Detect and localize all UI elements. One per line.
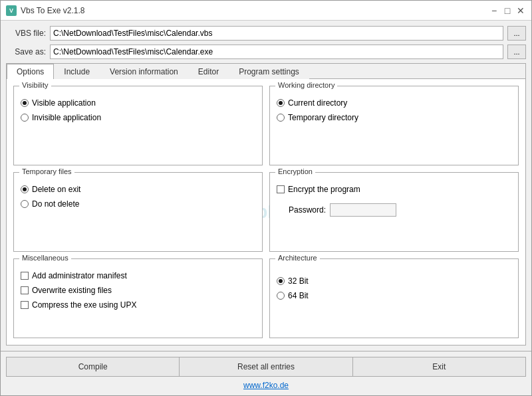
delete-on-exit-radio[interactable] xyxy=(21,185,29,193)
miscellaneous-panel: Miscellaneous Add administrator manifest… xyxy=(13,258,263,338)
minimize-button[interactable]: − xyxy=(489,5,499,16)
vbs-file-row: VBS file: ... xyxy=(6,26,526,41)
reset-button[interactable]: Reset all entries xyxy=(180,357,352,377)
password-input[interactable] xyxy=(330,203,396,217)
maximize-button[interactable]: □ xyxy=(502,5,513,16)
do-not-delete-label: Do not delete xyxy=(32,199,79,209)
architecture-panel: Architecture 32 Bit 64 Bit xyxy=(269,258,519,338)
working-dir-panel: Working directory Current directory Temp… xyxy=(269,86,519,165)
tab-options[interactable]: Options xyxy=(7,64,54,79)
temp-files-title: Temporary files xyxy=(19,167,74,175)
compress-upx-label: Compress the exe using UPX xyxy=(32,300,136,310)
compile-button[interactable]: Compile xyxy=(6,357,180,377)
invisible-app-option[interactable]: Invisible application xyxy=(21,113,255,122)
invisible-app-label: Invisible application xyxy=(32,113,101,122)
temp-dir-label: Temporary directory xyxy=(288,113,358,122)
encryption-title: Encryption xyxy=(275,167,315,175)
compress-upx-checkbox[interactable] xyxy=(21,301,29,309)
working-dir-title: Working directory xyxy=(275,81,337,89)
delete-on-exit-option[interactable]: Delete on exit xyxy=(21,185,255,194)
admin-manifest-checkbox[interactable] xyxy=(21,272,29,280)
save-label: Save as: xyxy=(6,47,46,56)
tab-include[interactable]: Include xyxy=(54,64,100,79)
temp-files-panel: Temporary files Delete on exit Do not de… xyxy=(13,172,263,252)
top-panels-row: Visibility Visible application Invisible… xyxy=(13,86,519,165)
app-icon: V xyxy=(6,5,17,16)
32bit-option[interactable]: 32 Bit xyxy=(277,276,511,286)
overwrite-files-label: Overwrite existing files xyxy=(32,286,112,295)
visible-app-label: Visible application xyxy=(32,98,96,108)
password-label: Password: xyxy=(289,205,326,215)
visibility-panel: Visibility Visible application Invisible… xyxy=(13,86,263,165)
compress-upx-option[interactable]: Compress the exe using UPX xyxy=(21,300,255,310)
window-title: Vbs To Exe v2.1.8 xyxy=(21,6,85,15)
64bit-radio[interactable] xyxy=(277,292,285,300)
64bit-option[interactable]: 64 Bit xyxy=(277,291,511,300)
vbs-label: VBS file: xyxy=(6,29,46,38)
visible-app-option[interactable]: Visible application xyxy=(21,98,255,108)
overwrite-files-checkbox[interactable] xyxy=(21,286,29,294)
visible-app-radio[interactable] xyxy=(21,99,29,107)
admin-manifest-label: Add administrator manifest xyxy=(32,271,127,280)
tab-program-settings[interactable]: Program settings xyxy=(229,64,309,79)
tabs-content: Visibility Visible application Invisible… xyxy=(7,79,525,345)
title-bar: V Vbs To Exe v2.1.8 − □ ✕ xyxy=(1,1,531,21)
architecture-options: 32 Bit 64 Bit xyxy=(277,276,511,300)
delete-on-exit-label: Delete on exit xyxy=(32,185,80,194)
32bit-label: 32 Bit xyxy=(288,276,309,286)
do-not-delete-option[interactable]: Do not delete xyxy=(21,199,255,209)
main-content: VBS file: ... Save as: ... Options Inclu… xyxy=(1,21,531,351)
vbs-file-input[interactable] xyxy=(50,26,503,41)
working-dir-options: Current directory Temporary directory xyxy=(277,98,511,122)
current-dir-label: Current directory xyxy=(288,98,347,108)
exit-button[interactable]: Exit xyxy=(353,357,526,377)
do-not-delete-radio[interactable] xyxy=(21,200,29,208)
save-browse-button[interactable]: ... xyxy=(507,45,526,59)
title-bar-left: V Vbs To Exe v2.1.8 xyxy=(6,5,85,16)
encrypt-label: Encrypt the program xyxy=(288,185,360,194)
miscellaneous-title: Miscellaneous xyxy=(19,254,71,262)
visibility-options: Visible application Invisible applicatio… xyxy=(21,98,255,122)
encryption-panel: Encryption Encrypt the program Password: xyxy=(269,172,519,252)
close-button[interactable]: ✕ xyxy=(515,5,526,16)
temp-dir-option[interactable]: Temporary directory xyxy=(277,113,511,122)
overwrite-files-option[interactable]: Overwrite existing files xyxy=(21,286,255,295)
visibility-title: Visibility xyxy=(19,81,51,89)
bottom-bar: Compile Reset all entries Exit www.f2ko.… xyxy=(1,351,531,395)
tab-editor[interactable]: Editor xyxy=(188,64,229,79)
current-dir-option[interactable]: Current directory xyxy=(277,98,511,108)
middle-panels-row: SnapFiles Temporary files Delete on exit xyxy=(13,172,519,252)
temp-dir-radio[interactable] xyxy=(277,114,285,122)
vbs-browse-button[interactable]: ... xyxy=(507,26,526,41)
64bit-label: 64 Bit xyxy=(288,291,309,300)
tabs-container: Options Include Version information Edit… xyxy=(6,63,526,346)
main-window: V Vbs To Exe v2.1.8 − □ ✕ VBS file: ... … xyxy=(0,0,532,396)
tabs-header: Options Include Version information Edit… xyxy=(7,64,525,79)
tab-version-info[interactable]: Version information xyxy=(100,64,188,79)
invisible-app-radio[interactable] xyxy=(21,114,29,122)
footer-link[interactable]: www.f2ko.de xyxy=(243,381,289,390)
current-dir-radio[interactable] xyxy=(277,99,285,107)
32bit-radio[interactable] xyxy=(277,277,285,285)
miscellaneous-options: Add administrator manifest Overwrite exi… xyxy=(21,271,255,310)
encrypt-checkbox[interactable] xyxy=(277,185,285,193)
admin-manifest-option[interactable]: Add administrator manifest xyxy=(21,271,255,280)
save-as-input[interactable] xyxy=(50,45,503,59)
architecture-title: Architecture xyxy=(275,254,320,262)
temp-files-options: Delete on exit Do not delete xyxy=(21,185,255,209)
password-row: Password: xyxy=(277,203,511,217)
bottom-panels-row: Miscellaneous Add administrator manifest… xyxy=(13,258,519,338)
save-as-row: Save as: ... xyxy=(6,45,526,59)
title-controls: − □ ✕ xyxy=(489,5,526,16)
footer: www.f2ko.de xyxy=(6,381,526,390)
encrypt-program-option[interactable]: Encrypt the program xyxy=(277,185,511,194)
encryption-content: Encrypt the program Password: xyxy=(277,185,511,217)
action-buttons: Compile Reset all entries Exit xyxy=(6,357,526,377)
